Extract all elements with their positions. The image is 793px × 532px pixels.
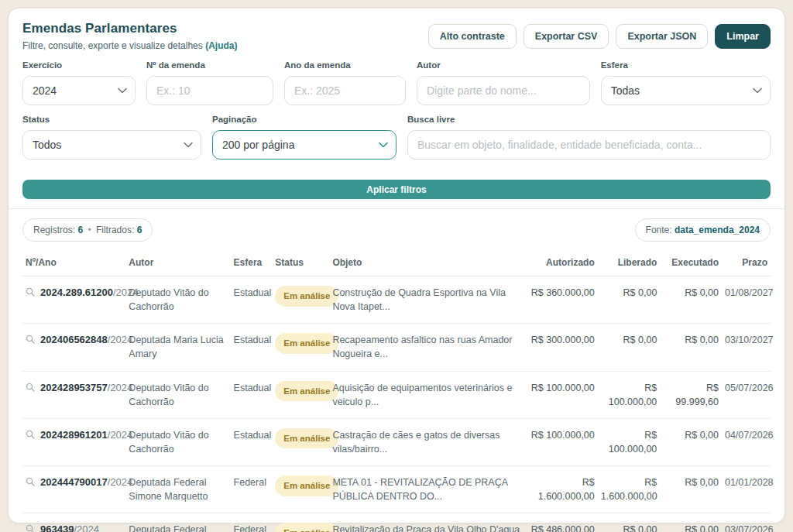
cell-executado: R$ 0,00 <box>660 513 722 532</box>
busca-label: Busca livre <box>407 115 771 124</box>
col-header-status: Status <box>272 248 329 276</box>
ano-label: Ano da emenda <box>284 60 406 70</box>
filter-busca: Busca livre <box>407 115 771 160</box>
col-header-prazo: Prazo <box>722 248 771 276</box>
esfera-select[interactable]: Todas <box>601 76 771 105</box>
exercicio-select[interactable]: 2024 <box>22 76 136 105</box>
status-badge: Em análise <box>275 333 338 354</box>
table-row[interactable]: 202428961201/2024 Deputado Vitão do Cach… <box>22 418 771 465</box>
page-subtitle: Filtre, consulte, exporte e visualize de… <box>22 40 237 51</box>
col-header-autor: Autor <box>125 248 230 276</box>
busca-input[interactable] <box>407 130 771 160</box>
cell-autorizado: R$ 100.000,00 <box>523 371 597 418</box>
source-pill: Fonte: data_emenda_2024 <box>635 218 771 242</box>
cell-objeto: Revitalização da Praça da Vila Olho D'ag… <box>329 513 523 532</box>
cell-objeto: Construção de Quadra Esportiva na Vila N… <box>329 276 523 324</box>
cell-autorizado: R$ 100.000,00 <box>523 418 597 465</box>
cell-autorizado: R$ 300.000,00 <box>523 324 597 371</box>
cell-autor: Deputada Maria Lucia Amary <box>125 324 230 371</box>
clear-button[interactable]: Limpar <box>715 24 771 49</box>
emenda-number: 963439 <box>40 523 74 532</box>
help-link[interactable]: (Ajuda) <box>205 40 237 51</box>
export-json-button[interactable]: Exportar JSON <box>616 24 708 49</box>
cell-executado: R$ 0,00 <box>660 466 722 513</box>
cell-autorizado: R$ 486.000,00 <box>523 513 597 532</box>
cell-executado: R$ 0,00 <box>660 418 722 465</box>
cell-autorizado: R$ 360.000,00 <box>523 276 597 324</box>
status-badge: Em análise <box>275 286 338 307</box>
autor-input[interactable] <box>417 76 590 105</box>
numero-label: Nº da emenda <box>146 60 273 70</box>
cell-objeto: Recapeamento asfaltico nas ruas Amador N… <box>329 324 523 371</box>
col-header-executado: Executado <box>660 248 722 276</box>
apply-filters-button[interactable]: Aplicar filtros <box>22 180 771 199</box>
table-row[interactable]: 202428953757/2024 Deputado Vitão do Cach… <box>22 371 771 418</box>
cell-esfera: Federal <box>231 466 273 513</box>
filter-status: Status Todos <box>22 115 201 160</box>
cell-autor: Deputada Federal Simone Marquetto <box>125 466 230 513</box>
filter-ano: Ano da emenda <box>284 60 406 105</box>
cell-prazo: 01/08/2027 <box>722 276 771 324</box>
cell-esfera: Federal <box>231 513 273 532</box>
status-select[interactable]: Todos <box>22 130 201 160</box>
col-header-autorizado: Autorizado <box>523 248 597 276</box>
cell-esfera: Estadual <box>231 371 273 418</box>
magnifier-icon[interactable] <box>26 287 35 300</box>
table-header-row: Nº/Ano Autor Esfera Status Objeto Autori… <box>22 248 771 276</box>
paginacao-select[interactable]: 200 por página <box>212 130 396 160</box>
high-contrast-button[interactable]: Alto contraste <box>428 24 517 49</box>
magnifier-icon[interactable] <box>26 476 35 490</box>
col-header-objeto: Objeto <box>329 248 523 276</box>
cell-autor: Deputado Vitão do Cachorrão <box>125 371 230 418</box>
exercicio-label: Exercício <box>22 60 136 70</box>
cell-autorizado: R$ 1.600.000,00 <box>523 466 597 513</box>
ano-input[interactable] <box>284 76 406 105</box>
emenda-number: 202428961201 <box>40 429 108 441</box>
cell-prazo: 03/07/2026 <box>722 513 771 532</box>
cell-esfera: Estadual <box>231 324 273 371</box>
col-header-esfera: Esfera <box>231 248 273 276</box>
filter-paginacao: Paginação 200 por página <box>212 115 396 160</box>
emenda-year: /2024 <box>74 523 99 532</box>
page-title: Emendas Parlamentares <box>22 21 237 36</box>
table-body: 2024.289.61200/2024 Deputado Vitão do Ca… <box>22 276 771 532</box>
magnifier-icon[interactable] <box>26 382 35 396</box>
cell-executado: R$ 0,00 <box>660 276 722 324</box>
filter-exercicio: Exercício 2024 <box>22 60 136 105</box>
status-badge: Em análise <box>275 523 338 532</box>
cell-liberado: R$ 0,00 <box>598 513 661 532</box>
cell-executado: R$ 99.999,60 <box>660 371 722 418</box>
filters-panel: Exercício 2024 Nº da emenda Ano da emend… <box>9 59 784 208</box>
cell-objeto: Castração de cães e gatos de diversas vi… <box>329 418 523 465</box>
results-table: Nº/Ano Autor Esfera Status Objeto Autori… <box>22 248 771 532</box>
table-row[interactable]: 2024.289.61200/2024 Deputado Vitão do Ca… <box>22 276 771 324</box>
cell-executado: R$ 0,00 <box>660 324 722 371</box>
header-titles: Emendas Parlamentares Filtre, consulte, … <box>22 21 237 51</box>
autor-label: Autor <box>417 60 590 70</box>
header-buttons: Alto contraste Exportar CSV Exportar JSO… <box>428 24 771 49</box>
magnifier-icon[interactable] <box>26 429 35 443</box>
filtered-count: 6 <box>137 225 142 235</box>
table-row[interactable]: 202444790017/2024 Deputada Federal Simon… <box>22 466 771 513</box>
table-row[interactable]: 202406562848/2024 Deputada Maria Lucia A… <box>22 324 771 371</box>
cell-liberado: R$ 0,00 <box>598 324 661 371</box>
filter-autor: Autor <box>417 60 590 105</box>
subtitle-text: Filtre, consulte, exporte e visualize de… <box>22 40 203 51</box>
results-table-wrap: Nº/Ano Autor Esfera Status Objeto Autori… <box>9 248 784 532</box>
cell-objeto: Aquisição de equipamentos veterinários e… <box>329 371 523 418</box>
table-row[interactable]: 963439/2024 Deputada Federal Simone Marq… <box>22 513 771 532</box>
magnifier-icon[interactable] <box>26 523 35 532</box>
cell-autor: Deputado Vitão do Cachorrão <box>125 276 230 324</box>
records-pill: Registros: 6 • Filtrados: 6 <box>22 218 153 242</box>
magnifier-icon[interactable] <box>26 334 35 348</box>
page-header: Emendas Parlamentares Filtre, consulte, … <box>9 9 784 59</box>
paginacao-label: Paginação <box>212 115 396 124</box>
numero-input[interactable] <box>146 76 273 105</box>
cell-autor: Deputada Federal Simone Marquetto <box>125 513 230 532</box>
status-badge: Em análise <box>275 381 338 402</box>
cell-prazo: 05/07/2026 <box>722 371 771 418</box>
status-badge: Em análise <box>275 428 338 449</box>
source-name: data_emenda_2024 <box>675 225 760 235</box>
export-csv-button[interactable]: Exportar CSV <box>524 24 609 49</box>
cell-objeto: META 01 - REVITALIZAÇÃO DE PRAÇA PÚBLICA… <box>329 466 523 513</box>
